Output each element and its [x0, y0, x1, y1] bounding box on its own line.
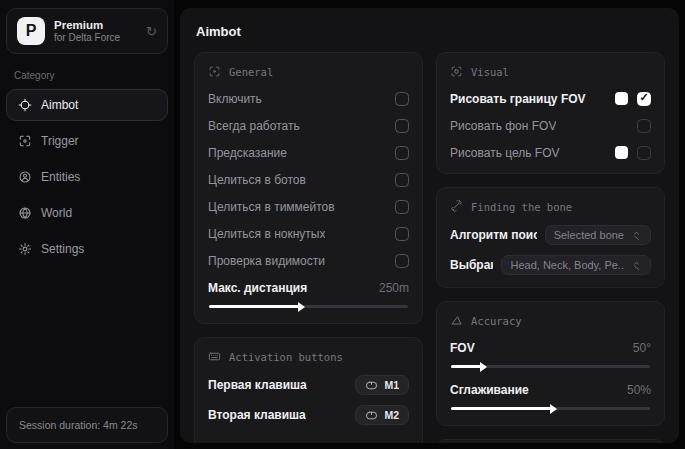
brand-subtitle: for Delta Force	[54, 32, 137, 45]
smoothing-setting: Сглаживание 50%	[450, 381, 651, 413]
session-duration: Session duration: 4m 22s	[6, 407, 168, 443]
fov-value: 50°	[633, 341, 651, 355]
always-work-checkbox[interactable]	[395, 119, 409, 133]
activation-buttons-card: Activation buttons Первая клавиша M1 Вто…	[194, 337, 423, 443]
unfold-icon	[631, 230, 642, 241]
first-key-binding[interactable]: M1	[355, 375, 409, 395]
unfold-icon	[631, 260, 642, 271]
brand-card: P Premium for Delta Force ↻	[6, 8, 168, 54]
draw-fov-background-checkbox[interactable]	[637, 119, 651, 133]
bone-header: Finding the bone	[450, 200, 651, 213]
setting-row: Рисовать фон FOV	[450, 117, 651, 134]
setting-row: Целиться в ботов	[208, 171, 409, 188]
visibility-check-checkbox[interactable]	[395, 254, 409, 268]
sidebar: P Premium for Delta Force ↻ Category Aim…	[0, 0, 174, 449]
sidebar-item-label: Trigger	[41, 134, 79, 148]
accuracy-header: Accuracy	[450, 314, 651, 327]
world-icon	[18, 206, 32, 220]
setting-row: Целиться в тиммейтов	[208, 198, 409, 215]
setting-row: Выбранные кос Head, Neck, Body, Pe..	[450, 255, 651, 275]
setting-row: Рисовать границу FOV	[450, 90, 651, 107]
mouse-icon	[365, 380, 378, 391]
general-card: General Включить Всегда работать Предска…	[194, 52, 423, 324]
max-distance-slider[interactable]	[209, 305, 408, 308]
brand-text: Premium for Delta Force	[54, 18, 137, 45]
crosshair-icon	[18, 98, 32, 112]
setting-row: Алгоритм поиска кост Selected bone	[450, 225, 651, 245]
smoothing-slider[interactable]	[451, 407, 650, 410]
visual-card: Visual Рисовать границу FOV Рисовать фон…	[436, 52, 665, 174]
trigger-icon	[18, 134, 32, 148]
sidebar-item-label: Entities	[41, 170, 80, 184]
smoothing-value: 50%	[627, 383, 651, 397]
setting-row: Рисовать цель FOV	[450, 144, 651, 161]
sidebar-item-label: World	[41, 206, 72, 220]
setting-row: Всегда работать	[208, 117, 409, 134]
prediction-checkbox[interactable]	[395, 146, 409, 160]
max-distance-value: 250m	[379, 281, 409, 295]
category-label: Category	[14, 70, 160, 81]
sidebar-item-entities[interactable]: Entities	[6, 161, 168, 193]
keybind-row: Первая клавиша M1	[208, 375, 409, 395]
setting-row: Проверка видимости	[208, 252, 409, 269]
target-knocked-checkbox[interactable]	[395, 227, 409, 241]
sidebar-item-trigger[interactable]: Trigger	[6, 125, 168, 157]
bone-icon	[450, 200, 463, 213]
sidebar-item-aimbot[interactable]: Aimbot	[6, 89, 168, 121]
sidebar-nav: Aimbot Trigger Entities World	[6, 89, 168, 265]
left-column: General Включить Всегда работать Предска…	[194, 52, 423, 443]
draw-fov-border-checkbox[interactable]	[637, 92, 651, 106]
fov-slider[interactable]	[451, 365, 650, 368]
fov-border-color-swatch[interactable]	[615, 92, 628, 105]
main-panel: Aimbot General Включить Всегда работать	[180, 8, 679, 443]
scan-crosshair-icon	[208, 65, 221, 78]
finding-bone-card: Finding the bone Алгоритм поиска кост Se…	[436, 187, 665, 288]
visual-header: Visual	[450, 65, 651, 78]
target-bots-checkbox[interactable]	[395, 173, 409, 187]
angle-triangle-icon	[450, 314, 463, 327]
mouse-icon	[365, 410, 378, 421]
setting-row: Предсказание	[208, 144, 409, 161]
right-column: Visual Рисовать границу FOV Рисовать фон…	[436, 52, 665, 443]
enable-checkbox[interactable]	[395, 92, 409, 106]
selected-bones-select[interactable]: Head, Neck, Body, Pe..	[501, 255, 651, 275]
fov-setting: FOV 50°	[450, 339, 651, 371]
gear-icon	[18, 242, 32, 256]
target-teammates-checkbox[interactable]	[395, 200, 409, 214]
entities-icon	[18, 170, 32, 184]
sidebar-item-settings[interactable]: Settings	[6, 233, 168, 265]
keyboard-icon	[208, 350, 221, 363]
accuracy-card: Accuracy FOV 50° Сглаживание	[436, 301, 665, 426]
switch-delay-card: Switch Delay Задержка переключения Задер…	[436, 439, 665, 443]
activation-header: Activation buttons	[208, 350, 409, 363]
brand-logo: P	[17, 17, 45, 45]
bone-algorithm-select[interactable]: Selected bone	[545, 225, 651, 245]
sidebar-item-label: Aimbot	[41, 98, 78, 112]
app-window: P Premium for Delta Force ↻ Category Aim…	[0, 0, 685, 449]
sidebar-item-world[interactable]: World	[6, 197, 168, 229]
sidebar-item-label: Settings	[41, 242, 84, 256]
refresh-icon[interactable]: ↻	[146, 24, 157, 39]
fov-view-icon	[450, 65, 463, 78]
setting-row: Целиться в нокнутых	[208, 225, 409, 242]
draw-fov-target-checkbox[interactable]	[637, 146, 651, 160]
setting-row: Включить	[208, 90, 409, 107]
max-distance-setting: Макс. дистанция 250m	[208, 279, 409, 311]
general-header: General	[208, 65, 409, 78]
page-title: Aimbot	[196, 24, 665, 39]
brand-title: Premium	[54, 18, 137, 32]
fov-target-color-swatch[interactable]	[615, 146, 628, 159]
second-key-binding[interactable]: M2	[355, 405, 409, 425]
keybind-row: Вторая клавиша M2	[208, 405, 409, 425]
